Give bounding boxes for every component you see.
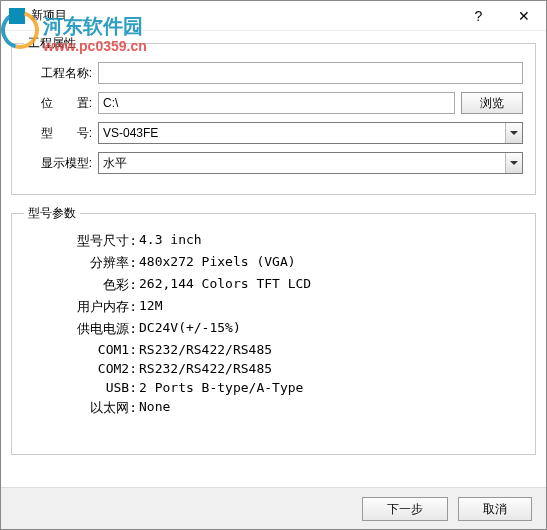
browse-button[interactable]: 浏览 xyxy=(461,92,523,114)
cancel-button[interactable]: 取消 xyxy=(458,497,532,521)
spec-usb-value: 2 Ports B-type/A-Type xyxy=(139,380,523,395)
titlebar: 新项目 ? ✕ xyxy=(1,1,546,31)
spec-size-label: 型号尺寸: xyxy=(24,232,139,250)
display-model-label: 显示模型: xyxy=(24,155,98,172)
project-name-row: 工程名称: xyxy=(24,62,523,84)
spec-memory-row: 用户内存: 12M xyxy=(24,298,523,316)
spec-power-row: 供电电源: DC24V(+/-15%) xyxy=(24,320,523,338)
spec-ethernet-label: 以太网: xyxy=(24,399,139,417)
chevron-down-icon xyxy=(505,123,522,143)
close-button[interactable]: ✕ xyxy=(501,1,546,31)
project-name-label: 工程名称: xyxy=(24,65,98,82)
spec-com1-value: RS232/RS422/RS485 xyxy=(139,342,523,357)
dialog-content: 工程属性 工程名称: 位 置: 浏览 型 号: VS-043FE 显示模型: 水… xyxy=(1,31,546,475)
spec-size-value: 4.3 inch xyxy=(139,232,523,250)
spec-com2-value: RS232/RS422/RS485 xyxy=(139,361,523,376)
model-select[interactable]: VS-043FE xyxy=(98,122,523,144)
spec-color-label: 色彩: xyxy=(24,276,139,294)
project-properties-legend: 工程属性 xyxy=(24,35,80,52)
spec-power-label: 供电电源: xyxy=(24,320,139,338)
location-input[interactable] xyxy=(98,92,455,114)
model-select-value: VS-043FE xyxy=(98,122,523,144)
spec-memory-label: 用户内存: xyxy=(24,298,139,316)
chevron-down-icon xyxy=(505,153,522,173)
spec-size-row: 型号尺寸: 4.3 inch xyxy=(24,232,523,250)
spec-com1-row: COM1: RS232/RS422/RS485 xyxy=(24,342,523,357)
spec-usb-row: USB: 2 Ports B-type/A-Type xyxy=(24,380,523,395)
dialog-footer: 下一步 取消 xyxy=(1,487,546,529)
project-properties-group: 工程属性 工程名称: 位 置: 浏览 型 号: VS-043FE 显示模型: 水… xyxy=(11,35,536,195)
spec-color-value: 262,144 Colors TFT LCD xyxy=(139,276,523,294)
spec-ethernet-row: 以太网: None xyxy=(24,399,523,417)
next-button[interactable]: 下一步 xyxy=(362,497,448,521)
window-title: 新项目 xyxy=(31,7,456,24)
location-label: 位 置: xyxy=(24,95,98,112)
spec-com2-row: COM2: RS232/RS422/RS485 xyxy=(24,361,523,376)
display-model-select[interactable]: 水平 xyxy=(98,152,523,174)
app-icon xyxy=(9,8,25,24)
spec-com2-label: COM2: xyxy=(24,361,139,376)
spec-ethernet-value: None xyxy=(139,399,523,417)
model-params-legend: 型号参数 xyxy=(24,205,80,222)
display-model-row: 显示模型: 水平 xyxy=(24,152,523,174)
spec-color-row: 色彩: 262,144 Colors TFT LCD xyxy=(24,276,523,294)
spec-resolution-value: 480x272 Pixels (VGA) xyxy=(139,254,523,272)
spec-usb-label: USB: xyxy=(24,380,139,395)
location-row: 位 置: 浏览 xyxy=(24,92,523,114)
display-model-select-value: 水平 xyxy=(98,152,523,174)
spec-memory-value: 12M xyxy=(139,298,523,316)
spec-power-value: DC24V(+/-15%) xyxy=(139,320,523,338)
spec-resolution-row: 分辨率: 480x272 Pixels (VGA) xyxy=(24,254,523,272)
help-button[interactable]: ? xyxy=(456,1,501,31)
project-name-input[interactable] xyxy=(98,62,523,84)
model-row: 型 号: VS-043FE xyxy=(24,122,523,144)
spec-resolution-label: 分辨率: xyxy=(24,254,139,272)
spec-com1-label: COM1: xyxy=(24,342,139,357)
window-controls: ? ✕ xyxy=(456,1,546,31)
model-label: 型 号: xyxy=(24,125,98,142)
model-params-group: 型号参数 型号尺寸: 4.3 inch 分辨率: 480x272 Pixels … xyxy=(11,205,536,455)
